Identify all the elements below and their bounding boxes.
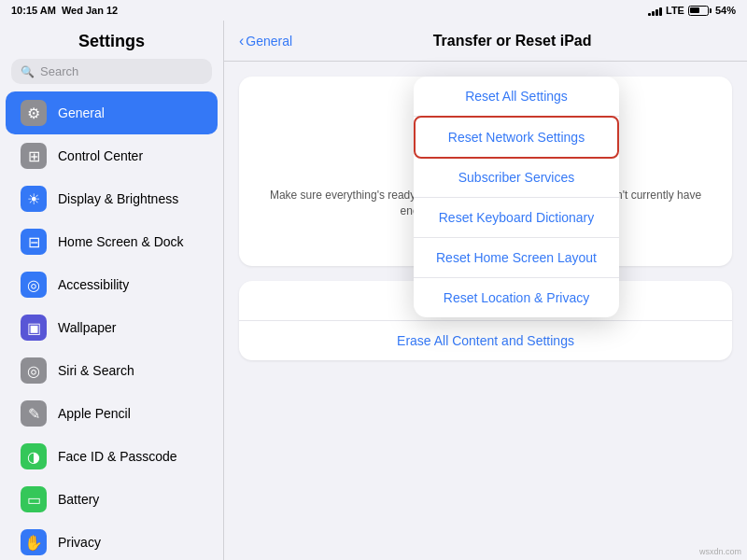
sidebar-item-icon-siri-search: ◎ [21,357,47,384]
sidebar-item-icon-display-brightness: ☀ [21,186,47,212]
sidebar-item-icon-wallpaper: ▣ [21,315,47,341]
network-type: LTE [666,5,684,16]
sidebar-item-label-home-screen-dock: Home Screen & Dock [58,234,184,249]
main-layout: Settings 🔍 Search ⚙General⊞Control Cente… [0,21,747,560]
sidebar-item-label-battery: Battery [58,492,99,507]
sidebar-item-label-wallpaper: Wallpaper [58,320,117,335]
sidebar-item-icon-general: ⚙ [21,100,47,126]
sidebar-item-label-siri-search: Siri & Search [58,363,134,378]
dropdown-item-reset-all-settings[interactable]: Reset All Settings [414,77,619,117]
sidebar-item-icon-battery: ▭ [21,486,47,512]
nav-bar: ‹ General Transfer or Reset iPad [224,21,747,62]
sidebar: Settings 🔍 Search ⚙General⊞Control Cente… [0,21,224,560]
battery-fill [690,7,698,13]
status-bar-left: 10:15 AM Wed Jan 12 [11,5,118,16]
sidebar-item-label-accessibility: Accessibility [58,277,129,292]
sidebar-title: Settings [0,21,223,59]
sidebar-item-icon-control-center: ⊞ [21,143,47,169]
sidebar-item-label-face-id: Face ID & Passcode [58,449,177,464]
dropdown-menu: Reset All SettingsReset Network Settings… [414,77,619,317]
sidebar-item-label-display-brightness: Display & Brightness [58,191,178,206]
sidebar-items-container: ⚙General⊞Control Center☀Display & Bright… [0,91,223,560]
battery-percent: 54% [715,5,736,16]
sidebar-item-battery[interactable]: ▭Battery [6,478,218,521]
sidebar-item-label-general: General [58,105,105,120]
dropdown-item-reset-keyboard-dictionary[interactable]: Reset Keyboard Dictionary [414,198,619,238]
battery-icon [688,6,712,16]
nav-back-label: General [246,34,292,49]
sidebar-item-display-brightness[interactable]: ☀Display & Brightness [6,177,218,220]
sidebar-item-face-id[interactable]: ◑Face ID & Passcode [6,435,218,478]
search-icon: 🔍 [21,65,35,78]
dropdown-item-subscriber-services[interactable]: Subscriber Services [414,158,619,198]
status-date: Wed Jan 12 [62,5,118,16]
dropdown-item-reset-home-screen-layout[interactable]: Reset Home Screen Layout [414,238,619,278]
chevron-left-icon: ‹ [239,33,244,49]
sidebar-item-icon-apple-pencil: ✎ [21,400,47,427]
sidebar-item-icon-accessibility: ◎ [21,272,47,298]
sidebar-item-accessibility[interactable]: ◎Accessibility [6,263,218,306]
reset-section-erase-item[interactable]: Erase All Content and Settings [239,321,732,360]
signal-bars-icon [648,6,662,16]
status-bar-right: LTE 54% [648,5,736,16]
sidebar-item-wallpaper[interactable]: ▣Wallpaper [6,306,218,349]
sidebar-item-icon-face-id: ◑ [21,443,47,469]
sidebar-item-label-privacy: Privacy [58,535,101,550]
dropdown-item-reset-network-settings[interactable]: Reset Network Settings [414,116,619,159]
sidebar-item-home-screen-dock[interactable]: ⊟Home Screen & Dock [6,220,218,263]
watermark: wsxdn.com [699,547,741,556]
content-area: ‹ General Transfer or Reset iPad [224,21,747,560]
sidebar-item-icon-privacy: ✋ [21,529,47,555]
sidebar-item-apple-pencil[interactable]: ✎Apple Pencil [6,392,218,435]
status-time: 10:15 AM [11,5,56,16]
sidebar-item-icon-home-screen-dock: ⊟ [21,229,47,255]
nav-title: Transfer or Reset iPad [292,33,732,49]
sidebar-item-general[interactable]: ⚙General [6,91,218,134]
sidebar-item-label-control-center: Control Center [58,148,143,163]
search-bar[interactable]: 🔍 Search [11,59,212,84]
sidebar-item-privacy[interactable]: ✋Privacy [6,521,218,560]
nav-back-button[interactable]: ‹ General [239,33,292,49]
sidebar-item-siri-search[interactable]: ◎Siri & Search [6,349,218,392]
dropdown-item-reset-location-privacy[interactable]: Reset Location & Privacy [414,278,619,317]
battery-tip [710,8,712,13]
sidebar-item-control-center[interactable]: ⊞Control Center [6,134,218,177]
search-placeholder: Search [40,64,78,78]
sidebar-item-label-apple-pencil: Apple Pencil [58,406,131,421]
status-bar: 10:15 AM Wed Jan 12 LTE 54% [0,0,747,21]
